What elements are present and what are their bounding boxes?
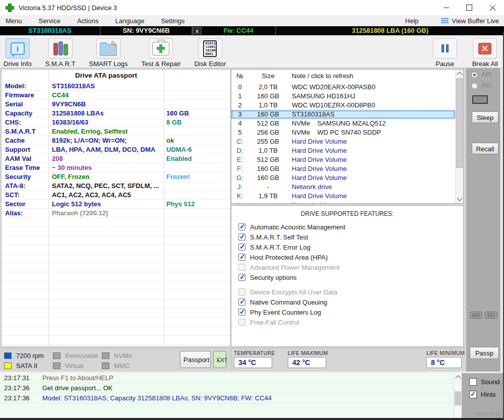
passport-button[interactable]: Passport <box>180 351 211 368</box>
legend-label: Removable <box>65 352 98 359</box>
scrollbar-thumb[interactable] <box>456 78 463 168</box>
passport-row-extra: UDMA-6 <box>164 145 231 154</box>
feature-item[interactable]: Device Encrypts All User Data <box>238 287 463 297</box>
passport-row-label: S.M.A.R.T <box>2 127 48 136</box>
drive-row[interactable]: 0 2,0 TB WDC WD20EARX-00PASB0 <box>231 83 455 92</box>
feature-item[interactable]: Security options <box>238 272 463 282</box>
hints-option[interactable]: Hints <box>469 391 504 398</box>
status-close-button[interactable]: x <box>193 27 202 34</box>
feature-item[interactable]: S.M.A.R.T. Error Log <box>238 242 463 252</box>
passport-rows: Model: ST3160318AS Firmware CC44 Serial … <box>2 82 230 218</box>
checkbox[interactable] <box>238 309 245 316</box>
checkbox[interactable] <box>238 223 245 230</box>
menu-item[interactable]: Menu <box>6 17 22 25</box>
sound-option[interactable]: Sound <box>469 378 504 386</box>
recall-button[interactable]: Recall <box>472 143 498 154</box>
checkbox[interactable] <box>238 264 245 271</box>
feature-item[interactable]: S.M.A.R.T. Self Test <box>238 232 463 242</box>
drive-row[interactable]: G: 160 GB Hard Drive Volume <box>231 173 455 183</box>
checkbox[interactable] <box>238 244 245 251</box>
scroll-down-icon[interactable] <box>457 195 462 201</box>
drive-row[interactable]: J: - Network drive <box>231 183 455 192</box>
legend-label: Virtual <box>65 362 84 370</box>
close-button[interactable] <box>481 0 504 15</box>
checkbox[interactable] <box>238 233 245 241</box>
drive-row[interactable]: 1 160 GB SAMSUNG HD161HJ <box>231 92 455 101</box>
feature-label: S.M.A.R.T. Error Log <box>250 244 310 251</box>
drive-row[interactable]: C: 255 GB Hard Drive Volume <box>231 137 455 146</box>
view-buffer-live-label: View Buffer Live <box>452 17 499 25</box>
drive-row[interactable]: 4 512 GB NVMe SAMSUNG MZALQ512 <box>231 119 455 128</box>
drive-row[interactable]: 3 160 GB ST3160318AS <box>231 110 455 119</box>
menu-item-help[interactable]: Help <box>405 17 419 25</box>
feature-item[interactable]: Phy Event Counters Log <box>238 307 463 317</box>
sleep-button[interactable]: Sleep <box>472 111 498 123</box>
ext-button[interactable]: EXT <box>213 351 226 368</box>
toolbar-button[interactable]: Test & Repair <box>141 38 180 68</box>
checkbox[interactable] <box>238 288 245 295</box>
feature-item[interactable]: Native Command Queuing <box>238 297 463 307</box>
toolbar-button[interactable]: S.M.A.R.T <box>45 38 76 68</box>
checkbox[interactable] <box>238 254 245 261</box>
drive-row[interactable]: K: 1,9 TB Hard Drive Volume <box>231 192 455 201</box>
header-note[interactable]: Note / click to refresh <box>288 70 463 83</box>
passport-row-extra <box>164 191 231 200</box>
maximize-button[interactable] <box>458 0 481 15</box>
passport-row: S.M.A.R.T Enabled, Errlog, Selftest <box>2 127 230 136</box>
passport-row-value: 312581808 LBAs <box>48 109 164 118</box>
feature-item[interactable]: Advanced Power Management <box>238 262 463 272</box>
passport-row: AAM Val 208 Enabled <box>2 154 230 163</box>
passport-row-label: SCT: <box>2 191 48 200</box>
menu-item[interactable]: Service <box>39 17 60 25</box>
log-line: 23:17:36 Model: ST3160318AS; Capacity 31… <box>0 393 454 403</box>
drive-row-size: 1,0 TB <box>248 101 288 110</box>
passport-row-value: LBA, HPA, AAM, DLM, DCO, DMA <box>48 145 164 154</box>
checkbox[interactable] <box>238 274 245 281</box>
toolbar-icon <box>152 42 169 55</box>
drive-list-header[interactable]: № Size Note / click to refresh <box>231 70 463 83</box>
scrollbar-thumb[interactable] <box>455 391 461 405</box>
toolbar-icon: 010110 110011 101000 0001 <box>203 40 217 57</box>
passport-row: Cache 8192k; L/A=ON; Wr=ON; ok <box>2 136 230 145</box>
temp-value: 42 °C <box>288 357 326 368</box>
passport-row-label: Capacity <box>2 109 48 118</box>
toolbar-button[interactable]: Drive Info <box>4 38 32 68</box>
menu-item[interactable]: Settings <box>161 17 184 25</box>
feature-item[interactable]: Host Protected Area (HPA) <box>238 252 463 262</box>
menu-items: MenuServiceActionsLanguageSettings <box>0 17 184 25</box>
sound-checkbox[interactable] <box>469 378 477 386</box>
drive-row-size: 1,0 TB <box>248 146 288 155</box>
pause-button[interactable]: Pause <box>433 38 457 68</box>
drive-row[interactable]: 2 1,0 TB WDC WD10EZRX-00D8PB0 <box>231 101 455 110</box>
passp-button[interactable]: Passp <box>470 347 499 359</box>
window-bottom-edge <box>0 418 504 420</box>
break-all-button[interactable]: Break All <box>472 38 498 68</box>
checkbox[interactable] <box>238 298 245 306</box>
scroll-up-icon[interactable] <box>457 72 462 77</box>
feature-item[interactable]: Automatic Acoustic Management <box>238 222 463 232</box>
feature-label: Host Protected Area (HPA) <box>250 254 328 261</box>
drive-row-size: - <box>248 183 288 192</box>
scroll-up-icon[interactable] <box>455 375 461 381</box>
minimize-button[interactable] <box>434 0 458 15</box>
hints-checkbox[interactable] <box>469 391 477 398</box>
drive-list-scrollbar[interactable] <box>455 70 463 203</box>
drive-row[interactable]: D: 1,0 TB Hard Drive Volume <box>231 146 455 155</box>
drive-row[interactable]: 5 256 GB NVMe WD PC SN740 SDDP <box>231 128 455 137</box>
drive-row[interactable]: L: - Network drive <box>231 201 455 204</box>
drive-row[interactable]: E: 512 GB Hard Drive Volume <box>231 155 455 164</box>
toolbar-button[interactable]: SMART Logs <box>89 38 128 68</box>
app-green-cross-icon <box>6 4 14 12</box>
menu-item[interactable]: Language <box>115 17 145 25</box>
drive-row[interactable]: F: 160 GB Hard Drive Volume <box>231 164 455 173</box>
toolbar-button[interactable]: 010110 110011 101000 0001 Disk Editor <box>194 38 226 68</box>
legend-label: SATA II <box>16 362 37 370</box>
log-scrollbar[interactable] <box>454 373 462 418</box>
menu-item[interactable]: Actions <box>77 17 99 25</box>
view-buffer-live-button[interactable]: View Buffer Live <box>441 17 499 25</box>
feature-item[interactable]: Free-Fall Control <box>238 317 463 327</box>
drive-row-num: 1 <box>231 92 248 101</box>
checkbox[interactable] <box>238 319 245 326</box>
window-controls <box>434 0 504 15</box>
window-title: Victoria 5.37 HDD/SSD | Device 3 <box>19 4 117 12</box>
